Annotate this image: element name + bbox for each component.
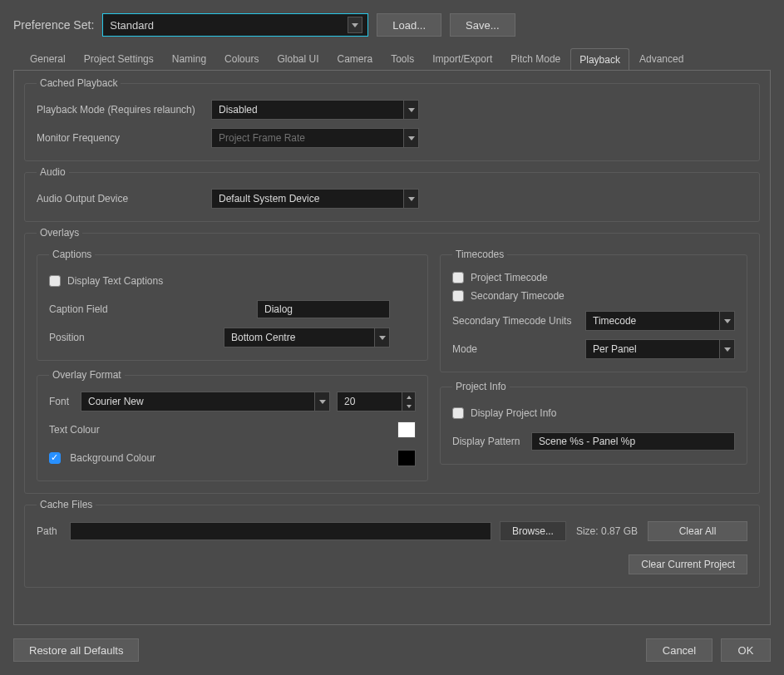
playback-mode-label: Playback Mode (Requires relaunch) <box>37 104 211 116</box>
restore-defaults-button[interactable]: Restore all Defaults <box>13 638 139 662</box>
chevron-down-icon[interactable] <box>403 101 418 119</box>
display-text-captions-label: Display Text Captions <box>67 275 163 287</box>
spinner-up-icon[interactable] <box>402 392 415 402</box>
audio-output-label: Audio Output Device <box>37 193 211 204</box>
tab-pitch-mode[interactable]: Pitch Mode <box>502 48 569 71</box>
project-info-legend: Project Info <box>452 381 510 392</box>
secondary-units-select[interactable]: Timecode <box>585 311 735 331</box>
chevron-down-icon <box>403 129 418 147</box>
display-project-info-checkbox[interactable] <box>452 407 464 419</box>
font-size-spinner[interactable]: 20 <box>337 392 416 411</box>
cached-playback-legend: Cached Playback <box>37 77 121 89</box>
chevron-down-icon[interactable] <box>719 340 734 358</box>
overlay-format-legend: Overlay Format <box>49 369 125 381</box>
display-pattern-label: Display Pattern <box>452 436 531 447</box>
tab-advanced[interactable]: Advanced <box>631 48 692 71</box>
playback-mode-select[interactable]: Disabled <box>211 100 419 120</box>
captions-legend: Captions <box>49 249 95 260</box>
save-button[interactable]: Save... <box>450 13 515 37</box>
chevron-down-icon[interactable] <box>374 328 389 347</box>
project-timecode-checkbox[interactable] <box>452 272 464 283</box>
audio-output-select[interactable]: Default System Device <box>211 189 419 209</box>
monitor-freq-select: Project Frame Rate <box>211 128 419 148</box>
cache-files-legend: Cache Files <box>37 499 96 510</box>
text-colour-swatch[interactable] <box>397 421 416 438</box>
font-select[interactable]: Courier New <box>81 392 330 411</box>
preference-set-select[interactable]: Standard <box>102 13 368 37</box>
header-row: Preference Set: Standard Load... Save... <box>13 13 771 37</box>
tab-camera[interactable]: Camera <box>329 48 382 71</box>
chevron-down-icon[interactable] <box>348 17 362 33</box>
cancel-button[interactable]: Cancel <box>646 638 713 662</box>
audio-group: Audio Audio Output Device Default System… <box>24 166 760 222</box>
mode-label: Mode <box>452 343 585 355</box>
text-colour-label: Text Colour <box>49 424 100 436</box>
font-label: Font <box>49 396 74 407</box>
timecodes-legend: Timecodes <box>452 249 507 260</box>
secondary-units-label: Secondary Timecode Units <box>452 315 585 327</box>
chevron-down-icon[interactable] <box>719 312 734 330</box>
background-colour-checkbox[interactable] <box>49 452 61 464</box>
mode-select[interactable]: Per Panel <box>585 339 735 359</box>
overlays-group: Overlays Captions Display Text Captions … <box>24 227 760 494</box>
tab-tools[interactable]: Tools <box>382 48 422 71</box>
position-select[interactable]: Bottom Centre <box>224 328 390 347</box>
preference-set-label: Preference Set: <box>13 18 94 32</box>
captions-group: Captions Display Text Captions Caption F… <box>37 249 428 361</box>
secondary-timecode-checkbox[interactable] <box>452 290 464 302</box>
browse-button[interactable]: Browse... <box>500 521 566 541</box>
clear-current-project-button[interactable]: Clear Current Project <box>629 554 747 574</box>
tabs-row: General Project Settings Naming Colours … <box>22 48 771 71</box>
cache-size-label: Size: 0.87 GB <box>576 525 638 537</box>
overlay-format-group: Overlay Format Font Courier New 20 <box>37 369 428 481</box>
display-pattern-input[interactable]: Scene %s - Panel %p <box>531 432 735 451</box>
load-button[interactable]: Load... <box>377 13 441 37</box>
secondary-timecode-label: Secondary Timecode <box>471 290 565 302</box>
overlays-legend: Overlays <box>37 227 82 239</box>
tab-global-ui[interactable]: Global UI <box>269 48 327 71</box>
project-info-group: Project Info Display Project Info Displa… <box>440 381 747 465</box>
ok-button[interactable]: OK <box>721 638 771 662</box>
background-colour-swatch[interactable] <box>397 450 416 466</box>
background-colour-label: Background Colour <box>70 452 155 464</box>
timecodes-group: Timecodes Project Timecode Secondary Tim… <box>440 249 747 372</box>
tab-import-export[interactable]: Import/Export <box>424 48 500 71</box>
clear-all-button[interactable]: Clear All <box>648 521 747 541</box>
path-input[interactable] <box>70 522 491 540</box>
display-project-info-label: Display Project Info <box>471 407 556 419</box>
preference-set-value: Standard <box>110 19 154 32</box>
tab-naming[interactable]: Naming <box>164 48 214 71</box>
cache-files-group: Cache Files Path Browse... Size: 0.87 GB… <box>24 499 760 588</box>
chevron-down-icon[interactable] <box>403 190 418 208</box>
path-label: Path <box>37 525 62 537</box>
spinner-down-icon[interactable] <box>402 402 415 411</box>
caption-field-label: Caption Field <box>49 303 257 315</box>
audio-legend: Audio <box>37 166 69 178</box>
position-label: Position <box>49 332 224 343</box>
tab-playback[interactable]: Playback <box>570 48 629 71</box>
caption-field-input[interactable]: Dialog <box>257 300 390 318</box>
footer-row: Restore all Defaults Cancel OK <box>13 638 771 662</box>
playback-panel: Cached Playback Playback Mode (Requires … <box>13 70 771 625</box>
cached-playback-group: Cached Playback Playback Mode (Requires … <box>24 77 760 161</box>
tab-colours[interactable]: Colours <box>216 48 267 71</box>
monitor-freq-label: Monitor Frequency <box>37 132 211 144</box>
project-timecode-label: Project Timecode <box>471 272 548 283</box>
tab-general[interactable]: General <box>22 48 74 71</box>
tab-project-settings[interactable]: Project Settings <box>76 48 162 71</box>
display-text-captions-checkbox[interactable] <box>49 275 61 287</box>
chevron-down-icon[interactable] <box>314 392 329 411</box>
